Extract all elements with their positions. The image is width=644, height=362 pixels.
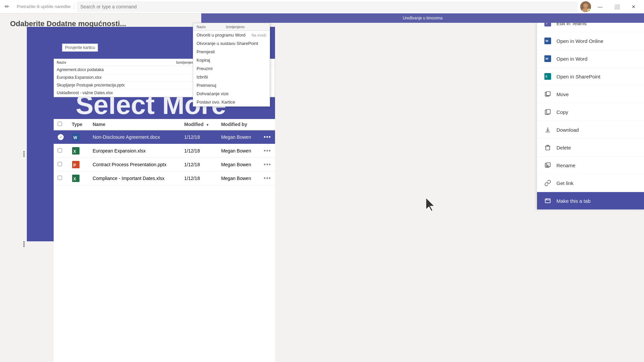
cm-open-sharepoint[interactable]: Otvoranje u sustavu SharePoint — [193, 39, 270, 48]
minimize-button[interactable]: — — [592, 0, 608, 13]
cm-rename[interactable]: Preimenuj — [193, 81, 270, 89]
svg-text:W: W — [545, 57, 548, 60]
page-title: Odaberite Dodatne mogućnosti... — [10, 19, 126, 28]
cm-right-label-get-link: Get link — [556, 180, 574, 186]
cm-right-label-make-tab: Make this a tab — [556, 198, 591, 204]
col-name[interactable]: Name — [89, 119, 180, 130]
cm-right-label-open-sharepoint: Open in SharePoint — [556, 74, 600, 79]
file-modified-by: Megan Bowen — [217, 130, 260, 144]
cm-right-item-move[interactable]: Move — [537, 85, 644, 103]
sidebar-dots-container: ••• ••• — [20, 151, 27, 247]
title-bar-hint: Pretražite ili upišite naredbe — [13, 4, 74, 9]
col-type: Type — [68, 119, 89, 130]
file-type-icon: X — [72, 147, 80, 155]
row-checkbox[interactable] — [58, 148, 62, 153]
file-modified: 1/12/18 — [180, 144, 217, 158]
cm-right-label-open-word: Open in Word — [556, 56, 587, 62]
cm-copy[interactable]: Kopiraj — [193, 56, 270, 64]
rename-icon — [544, 161, 552, 169]
file-name: Compliance - Important Dates.xlsx — [89, 172, 180, 185]
file-modified: 1/12/18 — [180, 158, 217, 172]
svg-text:W: W — [545, 39, 548, 43]
col-modified[interactable]: Modified ▼ — [180, 119, 217, 130]
svg-marker-27 — [426, 198, 434, 211]
svg-text:W: W — [73, 135, 77, 140]
cm-right-item-get-link[interactable]: Get link — [537, 174, 644, 192]
file-modified: 1/12/18 — [180, 130, 217, 144]
svg-rect-25 — [546, 163, 550, 167]
svg-point-1 — [583, 3, 588, 8]
cursor-indicator — [426, 198, 436, 211]
file-modified-by: Megan Bowen — [217, 158, 260, 172]
move-icon — [544, 90, 552, 98]
cm-right-label-move: Move — [556, 92, 569, 97]
sidebar-dots-2[interactable]: ••• — [20, 241, 27, 247]
cm-right-item-open-sharepoint[interactable]: S Open in SharePoint — [537, 68, 644, 85]
search-bar-area — [74, 1, 580, 12]
file-name: Contract Process Presentation.pptx — [89, 158, 180, 172]
tab-icon — [544, 197, 552, 205]
svg-rect-20 — [546, 92, 550, 96]
cm-right-item-rename[interactable]: Rename — [537, 157, 644, 174]
cm-right-label-delete: Delete — [556, 145, 571, 150]
avatar[interactable] — [580, 1, 591, 12]
row-checkbox[interactable] — [58, 176, 62, 180]
svg-text:P: P — [73, 163, 76, 168]
select-all-checkbox[interactable] — [58, 122, 62, 126]
row-checkbox[interactable]: ✓ — [58, 134, 64, 140]
cm-right-label-download: Download — [556, 127, 579, 133]
cm-right-item-open-word-online[interactable]: W Open in Word Online — [537, 32, 644, 50]
cm-right-item-open-word[interactable]: W Open in Word — [537, 50, 644, 68]
cm-get-link[interactable]: Dohvaćanje vize — [193, 89, 270, 98]
svg-rect-22 — [547, 110, 550, 114]
cm-make-tab[interactable]: Postavi ovo. Kartice — [193, 98, 270, 106]
row-more-button[interactable]: ••• — [264, 161, 271, 168]
cm-move[interactable]: Premjesti — [193, 48, 270, 56]
cm-right-label-open-word-online: Open in Word Online — [556, 38, 603, 44]
svg-rect-23 — [546, 146, 550, 150]
title-bar-controls: — ⬜ ✕ — [580, 0, 644, 13]
file-name: Non-Disclosure Agreement.docx — [89, 130, 180, 144]
download-icon — [544, 126, 552, 134]
file-name: European Expansion.xlsx — [89, 144, 180, 158]
svg-rect-26 — [545, 199, 550, 203]
cm-right-item-download[interactable]: Download — [537, 121, 644, 139]
col-actions — [260, 119, 275, 130]
context-menu-right: T Edit in Teams W Open in Word Online W … — [537, 14, 644, 210]
edit-icon[interactable]: ✏ — [0, 0, 13, 13]
tooltip-check-tab: Provjerite karticu — [62, 44, 98, 52]
cm-right-label-copy: Copy — [556, 109, 568, 115]
link-icon — [544, 179, 552, 187]
cm-right-item-make-tab[interactable]: Make this a tab — [537, 192, 644, 210]
sidebar-dots-1[interactable]: ••• — [20, 151, 27, 157]
file-table-container: Type Name Modified ▼ Modified by ✓ W Non… — [54, 119, 275, 362]
cm-right-item-copy[interactable]: Copy — [537, 103, 644, 121]
cm-right-item-delete[interactable]: Delete — [537, 139, 644, 157]
online-indicator — [588, 9, 591, 12]
cm-open-word-online[interactable]: Otvoriti u programu Word Na mreži — [193, 31, 270, 39]
close-button[interactable]: ✕ — [626, 0, 641, 13]
row-checkbox[interactable] — [58, 162, 62, 166]
context-menu-croatian: Naziv Izmijenjeno Otvoriti u programu Wo… — [193, 23, 270, 107]
copy-icon — [544, 108, 552, 116]
maximize-button[interactable]: ⬜ — [609, 0, 625, 13]
table-row[interactable]: ✓ W Non-Disclosure Agreement.docx 1/12/1… — [54, 130, 275, 144]
table-row[interactable]: P Contract Process Presentation.pptx 1/1… — [54, 158, 275, 172]
file-modified: 1/12/18 — [180, 172, 217, 185]
table-row[interactable]: X Compliance - Important Dates.xlsx 1/12… — [54, 172, 275, 185]
cm-right-label-rename: Rename — [556, 163, 576, 168]
cm-download[interactable]: Preuzmi — [193, 64, 270, 73]
svg-text:S: S — [545, 75, 547, 78]
file-type-icon: W — [72, 133, 80, 141]
row-more-button[interactable]: ••• — [264, 147, 271, 154]
table-row[interactable]: X European Expansion.xlsx 1/12/18 Megan … — [54, 144, 275, 158]
row-more-button[interactable]: ••• — [264, 175, 271, 182]
word-icon: W — [544, 55, 552, 63]
cm-delete[interactable]: Izbriši — [193, 73, 270, 81]
title-bar: ✏ Pretražite ili upišite naredbe — ⬜ ✕ — [0, 0, 644, 13]
row-more-button[interactable]: ••• — [264, 134, 271, 140]
file-type-icon: P — [72, 161, 80, 169]
file-type-icon: X — [72, 174, 80, 182]
search-input[interactable] — [77, 1, 578, 12]
sharepoint-icon: S — [544, 72, 552, 80]
